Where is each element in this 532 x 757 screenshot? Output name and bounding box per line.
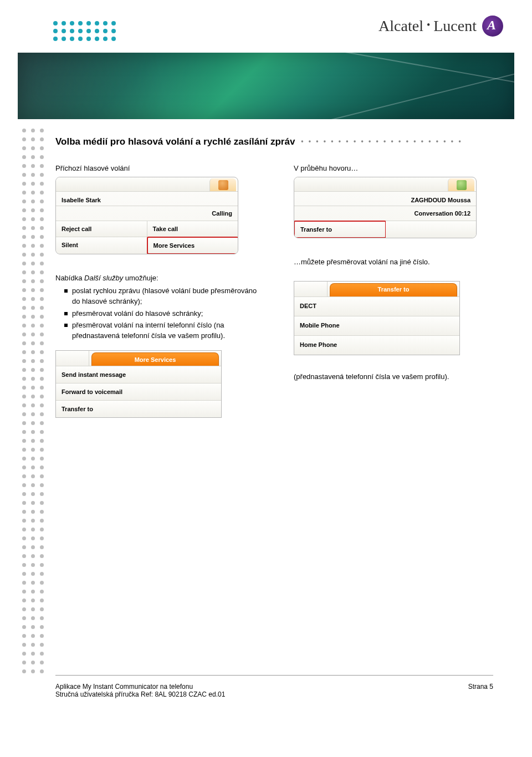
menu-description: Nabídka Další služby umožňuje: poslat ry… (55, 273, 260, 341)
caller-name: ZAGHDOUD Moussa (294, 192, 476, 206)
footer-doc-ref: Stručná uživatelská příručka Ref: 8AL 90… (55, 690, 225, 698)
conversation-widget: ZAGHDOUD Moussa Conversation 00:12 Trans… (294, 177, 477, 238)
transfer-to-tab[interactable]: Transfer to (330, 283, 457, 296)
footer-app-name: Aplikace My Instant Communicator na tele… (55, 683, 225, 690)
transfer-mobile-button[interactable]: Mobile Phone (294, 316, 459, 336)
reject-call-button[interactable]: Reject call (56, 221, 147, 237)
caller-bar (294, 177, 448, 191)
menu-item: přesměrovat volání do hlasové schránky; (64, 309, 260, 319)
call-status: Calling (56, 206, 238, 221)
conversation-status: Conversation 00:12 (294, 206, 476, 221)
section-title: Volba médií pro hlasová volání a rychlé … (55, 136, 499, 147)
incoming-call-widget: Isabelle Stark Calling Reject call Take … (55, 177, 238, 254)
menu-item: přesměrovat volání na interní telefonní … (64, 320, 260, 341)
take-call-button[interactable]: Take call (147, 221, 238, 237)
title-dotted-rule: • • • • • • • • • • • • • • • • • • • • … (301, 137, 462, 145)
transfer-note: …můžete přesměrovat volání na jiné číslo… (294, 257, 499, 268)
avatar-icon (218, 180, 228, 190)
side-dot-column (22, 129, 45, 675)
brand-name-1: Alcatel (378, 17, 423, 35)
page-number: Strana 5 (468, 683, 493, 698)
incoming-call-label: Příchozí hlasové volání (55, 164, 260, 172)
header-dot-grid (53, 21, 117, 42)
brand-name-2: Lucent (433, 17, 477, 35)
header-banner (18, 53, 514, 119)
more-services-button[interactable]: More Services (147, 237, 239, 254)
page-footer: Aplikace My Instant Communicator na tele… (55, 683, 493, 698)
caller-bar (56, 177, 209, 191)
transfer-dect-button[interactable]: DECT (294, 297, 459, 316)
send-instant-message-button[interactable]: Send instant message (56, 366, 221, 383)
forward-to-voicemail-button[interactable]: Forward to voicemail (56, 383, 221, 401)
transfer-home-button[interactable]: Home Phone (294, 336, 459, 355)
tab-spacer (294, 282, 328, 296)
transfer-to-widget: Transfer to DECT Mobile Phone Home Phone (294, 281, 460, 355)
brand-dot: • (427, 19, 430, 31)
transfer-to-button[interactable]: Transfer to (294, 221, 386, 238)
menu-item: poslat rychlou zprávu (hlasové volání bu… (64, 286, 260, 307)
in-call-label: V průběhu hovoru… (294, 164, 499, 172)
more-services-tab[interactable]: More Services (91, 352, 219, 366)
tab-spacer (56, 351, 89, 366)
more-services-widget: More Services Send instant message Forwa… (55, 350, 222, 418)
brand-emblem-icon (482, 16, 503, 37)
avatar-icon (457, 180, 467, 190)
footer-rule (55, 675, 493, 676)
caller-avatar-tab (209, 178, 236, 191)
brand-logo-lockup: Alcatel • Lucent (378, 16, 503, 37)
transfer-to-button[interactable]: Transfer to (56, 401, 221, 417)
caller-avatar-tab (448, 178, 474, 191)
profile-numbers-note: (přednastavená telefonní čísla ve vašem … (294, 372, 499, 382)
silent-button[interactable]: Silent (56, 237, 147, 254)
caller-name: Isabelle Stark (56, 192, 238, 206)
empty-action (386, 221, 476, 238)
